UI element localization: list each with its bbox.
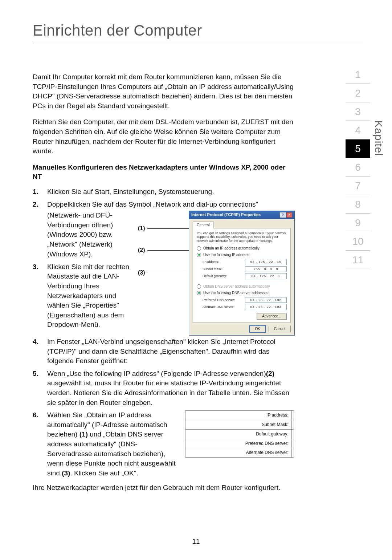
step-4: 4. Im Fenster „LAN-Verbind ungseigenscha… [33,337,294,366]
closing-line: Ihre Netzwerkadapter werden jetzt für de… [33,483,294,493]
step6-tag1: (1) [79,430,88,438]
step5-tag: (2) [266,370,274,377]
section-heading: Manuelles Konfigurieren des Netzwerkadap… [33,163,294,182]
address-table: IP address: Subnet Mask: Default gateway… [185,410,294,458]
td-mask[interactable] [291,420,294,429]
label-gw: Default gateway: [203,274,227,279]
step6-c: . Klicken Sie auf „OK". [70,469,138,477]
nav-3[interactable]: 3 [346,102,370,121]
step-1: 1. Klicken Sie auf Start, Einstellungen,… [33,187,294,197]
radio-icon [197,246,201,251]
label-mask: Subnet mask: [203,267,222,272]
dialog-desc: You can get IP settings assigned automat… [197,231,287,243]
callout-1: (1) [138,224,191,232]
step-text: Klicken Sie auf Start, Einstellungen, Sy… [47,187,294,197]
step-2: 2. Doppelklicken Sie auf das Symbol „Net… [33,200,294,336]
page-number: 11 [0,537,392,545]
dialog-buttons: OK Cancel [193,326,291,332]
step-text: Im Fenster „LAN-Verbind ungseigenschafte… [47,337,294,366]
step5-a: Wenn „Use the following IP address" (Fol… [47,370,266,377]
main-column: Damit Ihr Computer korrekt mit dem Route… [33,72,294,499]
nav-11[interactable]: 11 [346,251,370,269]
step2-rest: (Netzwerk- und DFÜ-Verbindungen öffnen) … [47,211,138,259]
intro-p2: Richten Sie den Computer, der mit dem DS… [33,117,294,156]
step-num: 1. [33,187,47,197]
tab-general[interactable]: General [193,222,214,228]
td-adns[interactable] [291,448,294,458]
page-title: Einrichten der Computer [33,22,363,43]
callout-3: (3) [138,269,191,277]
label-ip: IP address: [203,260,219,264]
step-text: Doppelklicken Sie auf das Symbol „Networ… [47,200,295,336]
intro-p1: Damit Ihr Computer korrekt mit dem Route… [33,72,294,111]
td-gw[interactable] [291,429,294,439]
value-ip[interactable]: 64 . 125 . 22 . 15 [245,259,287,265]
nav-6[interactable]: 6 [346,158,370,176]
step6-tag2: (3) [62,469,70,477]
radio-obtain-ip[interactable]: Obtain an IP address automatically [197,246,287,251]
cancel-button[interactable]: Cancel [269,326,291,332]
nav-7[interactable]: 7 [346,176,370,195]
radio-label: Obtain DNS server address automatically [203,284,270,289]
radio-obtain-dns[interactable]: Obtain DNS server address automatically [197,284,287,289]
tcpip-dialog: Internet Protocol (TCP/IP) Properties ? … [189,211,295,336]
step-num: 4. [33,337,47,366]
ok-button[interactable]: OK [249,326,265,332]
help-icon[interactable]: ? [280,212,286,218]
row-adns: Alternate DNS server: 64 . 25 . 22 . 103 [203,304,287,310]
value-mask[interactable]: 255 . 0 . 0 . 0 [245,266,287,272]
label-pdns: Preferred DNS server: [203,298,235,303]
radio-icon [197,284,201,289]
step2-lead: Doppelklicken Sie auf das Symbol „Networ… [47,200,258,208]
td-pdns[interactable] [291,439,294,448]
value-gw[interactable]: 64 . 125 . 22 . 1 [245,273,287,279]
td-ip[interactable] [291,411,294,420]
step-6: 6. Wählen Sie „Obtain an IP address auto… [33,410,294,478]
radio-label: Use the following DNS server addresses: [203,291,269,296]
step-5: 5. Wenn „Use the following IP address" (… [33,369,294,407]
row-pdns: Preferred DNS server: 64 . 25 . 22 . 102 [203,297,287,303]
radio-icon [197,253,201,257]
nav-4[interactable]: 4 [346,121,370,139]
radio-icon [197,291,201,295]
dialog-panel: You can get IP settings assigned automat… [193,228,291,323]
steps-list: 1. Klicken Sie auf Start, Einstellungen,… [33,187,294,478]
callout-2: (2) [138,246,191,254]
step-text: Wenn „Use the following IP address" (Fol… [47,369,294,407]
row-gateway: Default gateway: 64 . 125 . 22 . 1 [203,273,287,279]
th-mask: Subnet Mask: [185,420,292,429]
chapter-label: Kapitel [372,120,385,156]
row-ip: IP address: 64 . 125 . 22 . 15 [203,259,287,265]
nav-1[interactable]: 1 [346,65,370,84]
radio-label: Use the following IP address: [203,252,250,257]
advanced-button[interactable]: Advanced... [257,313,287,320]
content-area: Damit Ihr Computer korrekt mit dem Route… [33,72,363,499]
step5-b: ausgewählt ist, muss Ihr Router für eine… [47,379,289,406]
radio-use-dns[interactable]: Use the following DNS server addresses: [197,291,287,296]
th-gw: Default gateway: [185,429,292,439]
th-adns: Alternate DNS server: [185,448,292,458]
radio-label: Obtain an IP address automatically [203,246,260,251]
nav-5[interactable]: 5 [346,139,370,158]
dialog-title: Internet Protocol (TCP/IP) Properties [191,212,261,218]
nav-9[interactable]: 9 [346,214,370,232]
th-pdns: Preferred DNS server: [185,439,292,448]
dialog-body: General You can get IP settings assigned… [189,219,294,335]
radio-use-ip[interactable]: Use the following IP address: [197,252,287,257]
step-text: Wählen Sie „Obtain an IP address automat… [47,410,294,478]
row-mask: Subnet mask: 255 . 0 . 0 . 0 [203,266,287,272]
step-num: 5. [33,369,47,407]
document-page: Einrichten der Computer Kapitel 1 2 3 4 … [0,0,392,560]
th-ip: IP address: [185,411,292,420]
step-num: 6. [33,410,47,478]
step-num: 3. [33,262,47,330]
advanced-row: Advanced... [197,313,287,320]
nav-10[interactable]: 10 [346,232,370,251]
nav-2[interactable]: 2 [346,84,370,102]
value-adns[interactable]: 64 . 25 . 22 . 103 [245,304,287,310]
close-icon[interactable]: × [286,212,292,218]
value-pdns[interactable]: 64 . 25 . 22 . 102 [245,297,287,303]
dialog-titlebar: Internet Protocol (TCP/IP) Properties ? … [189,211,294,219]
label-adns: Alternate DNS server: [203,305,234,309]
nav-8[interactable]: 8 [346,195,370,214]
